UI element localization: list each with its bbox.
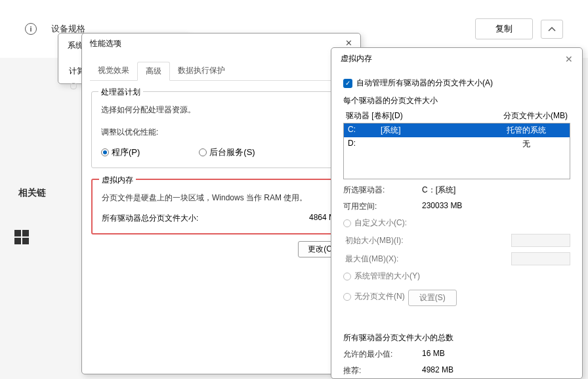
radio-programs[interactable]: 程序(P) [101,146,140,158]
rec-label: 推荐: [343,365,422,376]
radio-icon [199,148,207,156]
tab-visual-effects[interactable]: 视觉效果 [90,62,137,80]
radio-custom-size: 自定义大小(C): [343,217,570,229]
virtual-memory-title: 虚拟内存 [99,175,136,186]
checkbox-checked-icon [343,79,352,88]
totals-title: 所有驱动器分页文件大小的总数 [343,332,570,344]
close-button[interactable]: ✕ [565,54,573,64]
max-size-row: 最大值(MB)(X): [343,252,570,265]
virtual-memory-dialog-title: 虚拟内存 [331,48,582,70]
rec-value: 4982 MB [422,365,570,376]
processor-desc: 选择如何分配处理器资源。 [101,101,341,118]
related-links-heading: 相关链 [18,187,46,199]
virtual-memory-dialog: 虚拟内存 ✕ 自动管理所有驱动器的分页文件大小(A) 每个驱动器的分页文件大小 … [331,47,583,379]
close-button[interactable]: ✕ [345,38,352,48]
avail-space-label: 可用空间: [343,201,422,212]
min-value: 16 MB [422,349,570,360]
paging-desc: 分页文件是硬盘上的一块区域，Windows 当作 RAM 使用。 [102,189,341,206]
max-size-input [511,252,570,265]
radio-icon [343,219,351,227]
total-label: 所有驱动器总分页文件大小: [102,213,198,224]
initial-size-input [511,234,570,247]
selected-drive-label: 所选驱动器: [343,185,422,196]
radio-no-paging: 无分页文件(N)设置(S) [343,287,570,306]
radio-icon [343,273,351,280]
radio-icon [343,293,351,301]
processor-scheduling-group: 处理器计划 选择如何分配处理器资源。 调整以优化性能: 程序(P) 后台服务(S… [91,91,351,168]
set-button: 设置(S) [408,290,457,306]
drive-listbox[interactable]: C: [系统] 托管的系统 D: 无 [343,123,570,179]
processor-scheduling-title: 处理器计划 [98,87,143,98]
min-label: 允许的最小值: [343,349,422,360]
col-drive: 驱动器 [卷标](D) [346,110,403,122]
tab-advanced[interactable]: 高级 [137,62,170,81]
performance-options-dialog: 性能选项 ✕ 视觉效果 高级 数据执行保护 处理器计划 选择如何分配处理器资源。… [81,33,361,374]
selected-drive-value: C：[系统] [422,185,570,196]
windows-logo-icon[interactable] [14,230,29,244]
col-pagefile: 分页文件大小(MB) [503,110,568,122]
each-drive-label: 每个驱动器的分页文件大小 [343,95,570,106]
auto-manage-checkbox[interactable]: 自动管理所有驱动器的分页文件大小(A) [343,78,570,89]
tab-dep[interactable]: 数据执行保护 [170,62,233,80]
radio-system-managed: 系统管理的大小(Y) [343,271,570,282]
initial-size-row: 初始大小(MB)(I): [343,234,570,247]
performance-options-title: 性能选项 [82,33,360,54]
radio-icon [101,148,109,156]
virtual-memory-group: 虚拟内存 分页文件是硬盘上的一块区域，Windows 当作 RAM 使用。 所有… [91,179,351,234]
drive-row[interactable]: C: [系统] 托管的系统 [344,123,570,137]
chevron-up-icon [548,27,556,32]
copy-button[interactable]: 复制 [475,18,533,39]
info-icon: i [25,23,37,35]
adjust-label: 调整以优化性能: [101,123,341,141]
chevron-up-button[interactable] [541,20,563,39]
avail-space-value: 230033 MB [422,201,570,212]
drive-row[interactable]: D: 无 [344,137,570,151]
radio-background-services[interactable]: 后台服务(S) [199,146,255,158]
